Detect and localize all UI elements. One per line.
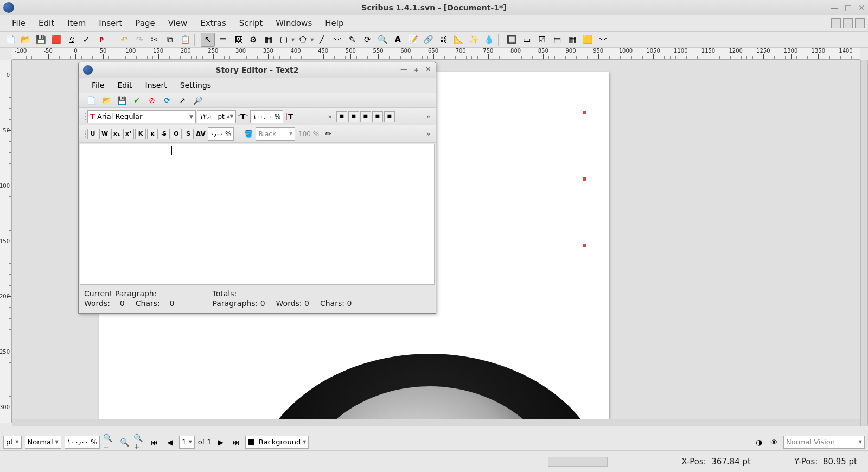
- story-close-button[interactable]: ✕: [425, 65, 431, 75]
- close-doc-button[interactable]: 🟥: [49, 33, 63, 47]
- vertical-ruler[interactable]: 050100150200250300: [0, 60, 12, 423]
- subscript-button[interactable]: x₁: [111, 129, 122, 139]
- zoom-in-button[interactable]: 🔍+: [133, 436, 145, 448]
- cut-button[interactable]: ✂: [148, 33, 162, 47]
- story-open-button[interactable]: 📂: [100, 94, 112, 106]
- align-left-button[interactable]: ≡: [336, 111, 347, 122]
- pdf-listbox-tool[interactable]: ▦: [565, 33, 579, 47]
- row2-overflow[interactable]: »: [423, 130, 433, 138]
- story-new-button[interactable]: 📄: [85, 94, 97, 106]
- next-page-button[interactable]: ▶: [215, 436, 227, 448]
- page-input[interactable]: 1▼: [179, 436, 194, 449]
- horizontal-ruler[interactable]: -100-50050100150200250300350400450500550…: [12, 48, 860, 60]
- frame-handle[interactable]: [583, 244, 586, 247]
- story-editor-button[interactable]: 📝: [406, 33, 420, 47]
- allcaps-button[interactable]: K: [135, 129, 146, 139]
- menu-file[interactable]: File: [5, 16, 32, 30]
- image-frame-tool[interactable]: 🖼: [231, 33, 245, 47]
- vertical-scrollbar[interactable]: [860, 60, 868, 426]
- story-exit-nosave-button[interactable]: ⊘: [146, 94, 158, 106]
- menu-page[interactable]: Page: [129, 16, 161, 30]
- story-menu-insert[interactable]: Insert: [139, 80, 174, 91]
- story-update-button[interactable]: ✔: [131, 94, 143, 106]
- mdi-close-icon[interactable]: [855, 18, 865, 28]
- last-page-button[interactable]: ⏭: [230, 436, 242, 448]
- story-maximize-button[interactable]: ＋: [413, 65, 420, 75]
- menu-script[interactable]: Script: [233, 16, 270, 30]
- paragraph-style-pane[interactable]: [80, 144, 168, 284]
- save-button[interactable]: 💾: [34, 33, 48, 47]
- underline-words-button[interactable]: W: [99, 129, 110, 139]
- mdi-restore-icon[interactable]: [843, 18, 853, 28]
- rotate-tool[interactable]: ⟳: [360, 33, 374, 47]
- story-editor-titlebar[interactable]: Story Editor - Text2 — ＋ ✕: [79, 62, 436, 78]
- layer-selector[interactable]: Background▼: [245, 436, 309, 449]
- zoom-out-button[interactable]: 🔍−: [103, 436, 115, 448]
- menu-windows[interactable]: Windows: [269, 16, 318, 30]
- align-right-button[interactable]: ≡: [360, 111, 371, 122]
- mdi-minimize-icon[interactable]: [831, 18, 841, 28]
- shadow-button[interactable]: S: [183, 129, 194, 139]
- measure-tool[interactable]: 📐: [451, 33, 465, 47]
- line-tool[interactable]: ╱: [315, 33, 329, 47]
- table-tool[interactable]: ▦: [261, 33, 276, 47]
- scaling-width-input[interactable]: ١٠٠٫٠٠ %: [250, 110, 283, 123]
- polygon-tool[interactable]: ⬠▼: [296, 33, 314, 47]
- minimize-button[interactable]: —: [831, 3, 838, 12]
- row-overflow[interactable]: »: [324, 113, 335, 120]
- story-save-button[interactable]: 💾: [116, 94, 127, 106]
- unit-selector[interactable]: pt▼: [3, 436, 22, 449]
- link-frames-button[interactable]: 🔗: [421, 33, 435, 47]
- new-doc-button[interactable]: 📄: [3, 33, 17, 47]
- align-center-button[interactable]: ≡: [348, 111, 359, 122]
- outline-button[interactable]: O: [171, 129, 182, 139]
- open-button[interactable]: 📂: [18, 33, 33, 47]
- align-justify-button[interactable]: ≡: [372, 111, 383, 122]
- vision-selector[interactable]: Normal Vision▼: [783, 436, 865, 449]
- maximize-button[interactable]: □: [845, 3, 852, 12]
- superscript-button[interactable]: x¹: [123, 129, 134, 139]
- horizontal-scrollbar[interactable]: [12, 419, 860, 426]
- pdf-checkbox-tool[interactable]: ☑: [535, 33, 549, 47]
- eyedropper-tool[interactable]: 💧: [482, 33, 496, 47]
- preview-mode-selector[interactable]: Normal▼: [25, 436, 61, 449]
- frame-handle[interactable]: [583, 177, 586, 181]
- story-minimize-button[interactable]: —: [400, 65, 407, 75]
- preview-toggle-icon[interactable]: 👁: [768, 436, 780, 448]
- copy-props-button[interactable]: ✨: [467, 33, 481, 47]
- zoom-tool[interactable]: 🔍: [375, 33, 390, 47]
- pdf-button[interactable]: P: [94, 33, 108, 47]
- pdf-combobox-tool[interactable]: ▤: [550, 33, 564, 47]
- paste-button[interactable]: 📋: [178, 33, 192, 47]
- render-frame-tool[interactable]: ⚙: [246, 33, 260, 47]
- print-button[interactable]: 🖨: [64, 33, 78, 47]
- pdf-link-tool[interactable]: 〰: [596, 33, 610, 47]
- first-page-button[interactable]: ⏮: [149, 436, 161, 448]
- smallcaps-button[interactable]: ᴋ: [147, 129, 158, 139]
- close-button[interactable]: ✕: [858, 3, 865, 12]
- story-menu-file[interactable]: File: [85, 80, 111, 91]
- story-reload-button[interactable]: ⟳: [161, 94, 173, 106]
- menu-insert[interactable]: Insert: [92, 16, 129, 30]
- fill-shade-input[interactable]: 100 %: [296, 127, 321, 141]
- menu-edit[interactable]: Edit: [32, 16, 61, 30]
- text-input-area[interactable]: [168, 144, 434, 284]
- prev-page-button[interactable]: ◀: [164, 436, 176, 448]
- tracking-input[interactable]: ٠٫٠٠ %: [208, 127, 234, 141]
- copy-button[interactable]: ⧉: [163, 33, 177, 47]
- story-update-frame-button[interactable]: ↗: [176, 94, 188, 106]
- frame-handle[interactable]: [583, 111, 586, 114]
- row-overflow-2[interactable]: »: [423, 113, 433, 120]
- redo-button[interactable]: ↷: [132, 33, 146, 47]
- pdf-textfield-tool[interactable]: ▭: [520, 33, 534, 47]
- strikeout-button[interactable]: S̶: [159, 129, 170, 139]
- menu-help[interactable]: Help: [318, 16, 350, 30]
- zoom-100-button[interactable]: 🔍: [118, 436, 130, 448]
- cms-toggle-icon[interactable]: ◑: [753, 436, 765, 448]
- underline-button[interactable]: U: [87, 129, 98, 139]
- menu-view[interactable]: View: [162, 16, 194, 30]
- select-tool[interactable]: ↖: [201, 33, 215, 47]
- bezier-tool[interactable]: 〰: [330, 33, 344, 47]
- pdf-pushbutton-tool[interactable]: 🔲: [505, 33, 519, 47]
- menu-extras[interactable]: Extras: [194, 16, 232, 30]
